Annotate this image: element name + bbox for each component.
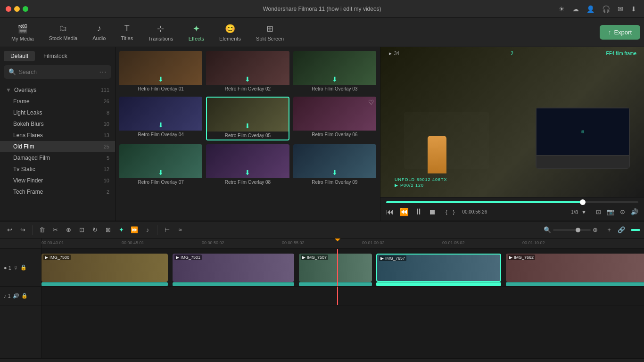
crop-button[interactable]: ⊡ <box>76 224 87 236</box>
search-input[interactable] <box>19 69 96 75</box>
pause-button[interactable]: ⏸ <box>414 207 423 217</box>
volume-icon[interactable]: 🔊 <box>631 208 638 215</box>
effect-item-1[interactable]: ⬇ Retro Film Overlay 01 <box>119 51 202 93</box>
rotate-button[interactable]: ↻ <box>89 224 100 236</box>
category-frame[interactable]: Frame 26 <box>0 96 115 107</box>
effect-item-2[interactable]: ⬇ Retro Film Overlay 02 <box>206 51 289 93</box>
effect-item-4[interactable]: ⬇ Retro Film Overlay 04 <box>119 97 202 140</box>
download-icon-7: ⬇ <box>158 169 164 176</box>
clip-img7662[interactable]: ▶ IMG_7662 <box>506 254 644 282</box>
step-back-button[interactable]: ⏪ <box>399 207 409 216</box>
preview-seekbar[interactable] <box>386 201 638 203</box>
tab-split-screen[interactable]: ⊞ Split Screen <box>248 21 291 44</box>
timeline-track-headers: ● 1 🎙 🔒 ♪ 1 🔊 🔒 <box>0 239 41 358</box>
timeline-main[interactable]: 00:00:40:01 00:00:45:01 00:00:50:02 00:0… <box>41 239 644 358</box>
effect-item-9[interactable]: ⬇ Retro Film Overlay 09 <box>293 144 376 186</box>
export-button[interactable]: ↑ Export <box>600 25 640 40</box>
close-button[interactable] <box>6 6 11 12</box>
category-overlays[interactable]: ▼ Overlays 111 <box>0 84 115 96</box>
timecode-center: 2 <box>511 51 514 56</box>
scene-bg <box>404 112 489 169</box>
audio-tool-button[interactable]: ♪ <box>142 224 153 236</box>
category-tv-static[interactable]: Tv Static 12 <box>0 164 115 175</box>
minimize-button[interactable] <box>14 6 20 12</box>
transform-button[interactable]: ⊠ <box>102 224 114 236</box>
brand-overlay: UNFOLD 89012 406TX ▶ P80/2 120 <box>395 177 447 188</box>
snap-button[interactable]: ⊢ <box>161 224 173 236</box>
clip-img7501[interactable]: ▶ IMG_7501 <box>173 254 294 282</box>
redo-button[interactable]: ↪ <box>17 224 28 236</box>
zoom-slider-thumb <box>576 228 580 232</box>
category-old-film[interactable]: Old Film 25 <box>0 141 115 152</box>
add-track-button[interactable]: + <box>603 224 615 236</box>
tab-titles[interactable]: T Titles <box>113 21 140 44</box>
cut-button[interactable]: ✂ <box>50 224 61 236</box>
ripple-button[interactable]: ≈ <box>174 224 186 236</box>
timeline-scrollbar[interactable] <box>0 358 644 362</box>
effects-tool-button[interactable]: ✦ <box>116 224 127 236</box>
effect-item-8[interactable]: ⬇ Retro Film Overlay 08 <box>206 144 289 186</box>
record-icon[interactable]: ⊙ <box>620 208 625 215</box>
speed-button[interactable]: ⏩ <box>129 224 140 236</box>
category-tech-frame[interactable]: Tech Frame 2 <box>0 186 115 197</box>
skip-back-button[interactable]: ⏮ <box>386 208 394 216</box>
fullscreen-icon[interactable]: ⊡ <box>596 208 601 215</box>
category-lens-flares[interactable]: Lens Flares 13 <box>0 130 115 141</box>
in-point-button[interactable]: { <box>446 209 447 215</box>
seekbar-thumb <box>580 199 586 205</box>
effect-label-2: Retro Film Overlay 02 <box>206 85 289 93</box>
tab-filmstock[interactable]: Filmstock <box>37 51 74 61</box>
user-icon[interactable]: 👤 <box>586 5 594 13</box>
tab-elements[interactable]: 😊 Elements <box>212 21 248 44</box>
preview-panel: ► 34 2 FF4 film frame ⊞ UNFOLD 89012 406… <box>380 47 644 221</box>
zoom-in-button[interactable]: ⊕ <box>593 226 598 233</box>
category-bokeh-blurs[interactable]: Bokeh Blurs 10 <box>0 118 115 130</box>
maximize-button[interactable] <box>23 6 28 12</box>
tab-default[interactable]: Default <box>4 51 35 61</box>
effect-item-7[interactable]: ⬇ Retro Film Overlay 07 <box>119 144 202 186</box>
tab-audio[interactable]: ♪ Audio <box>85 21 113 44</box>
tab-effects[interactable]: ✦ Effects <box>181 21 212 44</box>
clip-img7500[interactable]: ▶ IMG_7500 <box>41 254 168 282</box>
effect-item-6[interactable]: ♡ Retro Film Overlay 06 <box>293 97 376 140</box>
mail-icon[interactable]: ✉ <box>618 5 623 13</box>
clip-label-7507: ▶ IMG_7507 <box>301 255 328 260</box>
audio-icon: ♪ <box>97 24 101 33</box>
category-light-leaks[interactable]: Light Leaks 8 <box>0 107 115 118</box>
timestamp-display: 00:00:56:26 <box>462 209 487 214</box>
category-damaged-film[interactable]: Damaged Film 5 <box>0 152 115 164</box>
effect-label-8: Retro Film Overlay 08 <box>206 178 289 186</box>
seekbar-progress <box>386 201 583 203</box>
tab-stock-media[interactable]: 🗂 Stock Media <box>41 21 85 44</box>
link-button[interactable]: 🔗 <box>616 224 627 236</box>
clip-img7507[interactable]: ▶ IMG_7507 <box>299 254 372 282</box>
timeline-inner: 00:00:40:01 00:00:45:01 00:00:50:02 00:0… <box>41 239 644 305</box>
undo-button[interactable]: ↩ <box>4 224 15 236</box>
track-v1-label: ● 1 <box>4 265 11 271</box>
headphone-icon[interactable]: 🎧 <box>602 5 610 13</box>
snapshot-icon[interactable]: 📷 <box>607 208 614 215</box>
effect-thumb-7: ⬇ <box>119 144 202 178</box>
tab-my-media[interactable]: 🎬 My Media <box>4 21 41 44</box>
category-view-finder[interactable]: View Finder 10 <box>0 175 115 186</box>
zoom-out-button[interactable]: 🔍 <box>544 226 551 233</box>
effect-item-3[interactable]: ⬇ Retro Film Overlay 03 <box>293 51 376 93</box>
effect-thumb-6: ♡ <box>293 97 376 131</box>
green-indicator <box>631 229 640 231</box>
effect-thumb-8: ⬇ <box>206 144 289 178</box>
stop-button[interactable]: ⏹ <box>429 208 436 216</box>
effect-item-5[interactable]: ⬇ Retro Film Overlay 05 <box>206 97 289 140</box>
cloud-icon[interactable]: ☁ <box>572 5 579 13</box>
split-screen-icon: ⊞ <box>266 24 273 34</box>
track-v1-lock-icon: 🔒 <box>20 264 27 271</box>
more-button[interactable]: ⋯ <box>99 67 107 76</box>
tab-transitions[interactable]: ⊹ Transitions <box>140 21 181 44</box>
delete-button[interactable]: 🗑 <box>36 224 48 236</box>
clip-img7657[interactable]: ▶ IMG_7657 <box>376 254 501 282</box>
zoom-slider[interactable] <box>553 229 591 231</box>
sun-icon[interactable]: ☀ <box>559 5 565 13</box>
ruler-mark-6: 00:01:10:02 <box>522 240 545 245</box>
download-icon[interactable]: ⬇ <box>631 5 636 13</box>
copy-button[interactable]: ⊕ <box>63 224 74 236</box>
out-point-button[interactable]: } <box>453 209 455 215</box>
